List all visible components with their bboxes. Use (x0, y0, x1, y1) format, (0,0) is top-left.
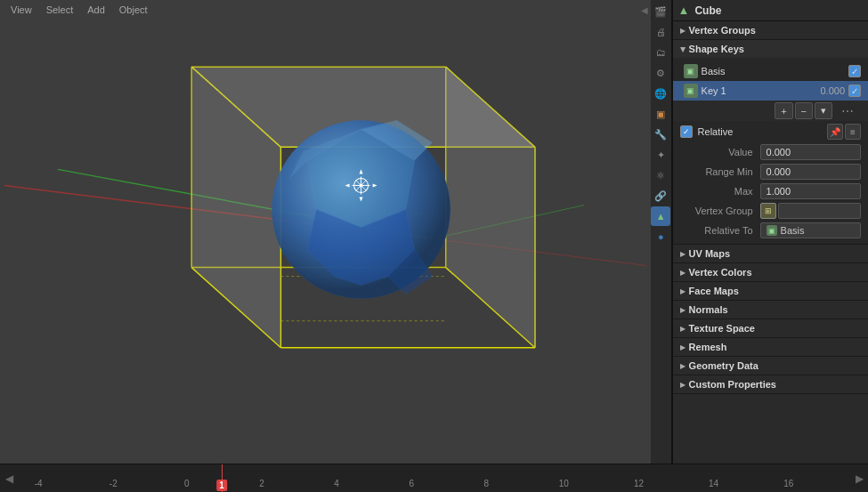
tl-label-neg2: -2 (110, 479, 118, 488)
geometry-data-title: Geometry Data (689, 360, 758, 371)
shape-keys-section: ▶ Shape Keys ▣ Basis ✓ ▣ Key 1 0 (673, 40, 868, 245)
timeline-right-arrow[interactable]: ▶ (850, 472, 868, 485)
shape-key-controls: + − ▾ ⋯ (673, 101, 868, 121)
shape-key-add-btn[interactable]: + (775, 102, 792, 119)
vertex-groups-header[interactable]: ▶ Vertex Groups (673, 21, 868, 39)
vertex-colors-header[interactable]: ▶ Vertex Colors (673, 263, 868, 281)
shape-key-more-btn[interactable]: ⋯ (834, 102, 861, 119)
face-maps-header[interactable]: ▶ Face Maps (673, 282, 868, 300)
remesh-section: ▶ Remesh (673, 338, 868, 357)
shape-keys-content: ▣ Basis ✓ ▣ Key 1 0.000 ✓ (673, 58, 868, 244)
viewport-object-menu[interactable]: Object (114, 4, 153, 16)
custom-properties-title: Custom Properties (689, 379, 776, 390)
range-min-label: Range Min (680, 166, 760, 177)
relative-to-icon: ▣ (767, 225, 777, 236)
viewport-select-menu[interactable]: Select (41, 4, 79, 16)
shape-key-key1-value: 0.000 (809, 85, 845, 96)
viewport-add-menu[interactable]: Add (82, 4, 110, 16)
object-name: Cube (694, 4, 721, 17)
uv-maps-title: UV Maps (689, 248, 730, 259)
value-field[interactable]: 0.000 (760, 144, 861, 160)
relative-row: ✓ Relative 📌 ≡ (673, 121, 868, 142)
prop-tab-world[interactable]: 🌐 (651, 84, 670, 103)
data-icon: ▲ (678, 4, 690, 17)
prop-tab-material[interactable]: ● (651, 227, 670, 246)
relative-to-field[interactable]: ▣ Basis (760, 222, 861, 238)
prop-panel-header: ▲ Cube (673, 0, 868, 21)
prop-tab-view-layer[interactable]: 🗂 (651, 43, 670, 62)
normals-triangle: ▶ (680, 306, 685, 314)
shape-key-basis-checkbox[interactable]: ✓ (848, 65, 861, 77)
shape-key-key1-row[interactable]: ▣ Key 1 0.000 ✓ (673, 81, 868, 101)
value-row: Value 0.000 (673, 142, 868, 162)
prop-tab-object[interactable]: ▣ (651, 104, 670, 124)
max-field[interactable]: 1.000 (760, 183, 861, 199)
geometry-data-header[interactable]: ▶ Geometry Data (673, 357, 868, 375)
tl-label-6: 6 (409, 479, 414, 488)
shape-key-basis-row[interactable]: ▣ Basis ✓ (673, 61, 868, 81)
remesh-header[interactable]: ▶ Remesh (673, 338, 868, 356)
vertex-groups-triangle: ▶ (680, 27, 685, 35)
prop-tab-physics[interactable]: ⚛ (651, 165, 670, 185)
custom-properties-triangle: ▶ (680, 381, 685, 389)
prop-tab-data[interactable]: ▲ (651, 206, 670, 226)
shape-key-key1-name: Key 1 (702, 85, 806, 96)
timeline-left-arrow[interactable]: ◀ (0, 472, 18, 485)
value-label: Value (680, 147, 760, 157)
vertex-group-controls: ⊞ (760, 203, 861, 219)
shape-keys-header[interactable]: ▶ Shape Keys (673, 40, 868, 58)
prop-tab-scene[interactable]: ⚙ (651, 63, 670, 83)
remesh-triangle: ▶ (680, 343, 685, 351)
vertex-group-label: Vertex Group (680, 206, 760, 216)
timeline-track[interactable]: -4 -2 0 2 4 6 8 10 12 14 16 1 (18, 464, 850, 492)
normals-header[interactable]: ▶ Normals (673, 301, 868, 319)
texture-space-header[interactable]: ▶ Texture Space (673, 319, 868, 337)
tl-label-2: 2 (259, 479, 264, 488)
relative-checkbox[interactable]: ✓ (680, 125, 693, 138)
tl-label-8: 8 (484, 479, 490, 488)
range-min-row: Range Min 0.000 (673, 162, 868, 181)
shape-key-key1-icon: ▣ (684, 84, 698, 98)
timeline-current-frame[interactable]: 1 (216, 480, 227, 491)
custom-properties-header[interactable]: ▶ Custom Properties (673, 375, 868, 393)
uv-maps-triangle: ▶ (680, 250, 685, 258)
tl-label-10: 10 (559, 479, 569, 488)
prop-tab-render[interactable]: 🎬 (651, 2, 670, 21)
properties-panel: ▲ Cube ▶ Vertex Groups ▶ Shape Keys (672, 0, 868, 464)
geometry-data-section: ▶ Geometry Data (673, 357, 868, 375)
remesh-title: Remesh (689, 342, 727, 352)
tl-label-16: 16 (783, 479, 793, 488)
max-label: Max (680, 186, 760, 197)
vertex-groups-title: Vertex Groups (689, 25, 756, 36)
shape-key-basis-name: Basis (702, 66, 806, 77)
texture-space-triangle: ▶ (680, 325, 685, 333)
relative-specials-btn[interactable]: ≡ (845, 124, 861, 140)
viewport-canvas[interactable] (0, 0, 651, 464)
shape-key-menu-btn[interactable]: ▾ (815, 102, 832, 119)
vertex-colors-triangle: ▶ (680, 269, 685, 277)
relative-actions: 📌 ≡ (827, 124, 861, 140)
relative-label: Relative (698, 126, 734, 137)
prop-tab-particles[interactable]: ✦ (651, 145, 670, 165)
properties-tabs: 🎬 🖨 🗂 ⚙ 🌐 ▣ 🔧 ✦ ⚛ 🔗 ▲ ● (651, 0, 672, 464)
tl-label-0: 0 (184, 479, 190, 488)
vertex-group-field[interactable] (778, 203, 861, 219)
uv-maps-section: ▶ UV Maps (673, 245, 868, 263)
relative-to-label: Relative To (680, 225, 760, 236)
prop-tab-output[interactable]: 🖨 (651, 22, 670, 42)
prop-tab-constraints[interactable]: 🔗 (651, 186, 670, 206)
shape-key-remove-btn[interactable]: − (795, 102, 813, 119)
shape-keys-triangle: ▶ (678, 46, 686, 52)
viewport-header: View Select Add Object (0, 0, 651, 20)
main-area: View Select Add Object (0, 0, 868, 464)
custom-properties-section: ▶ Custom Properties (673, 375, 868, 394)
shape-key-key1-checkbox[interactable]: ✓ (848, 85, 861, 97)
vertex-colors-title: Vertex Colors (689, 267, 752, 278)
relative-pin-btn[interactable]: 📌 (827, 124, 843, 140)
relative-to-row: Relative To ▣ Basis (673, 221, 868, 240)
prop-tab-modifier[interactable]: 🔧 (651, 125, 670, 144)
range-min-field[interactable]: 0.000 (760, 164, 861, 180)
tl-label-14: 14 (709, 479, 718, 488)
viewport-view-menu[interactable]: View (5, 4, 37, 16)
uv-maps-header[interactable]: ▶ UV Maps (673, 245, 868, 262)
